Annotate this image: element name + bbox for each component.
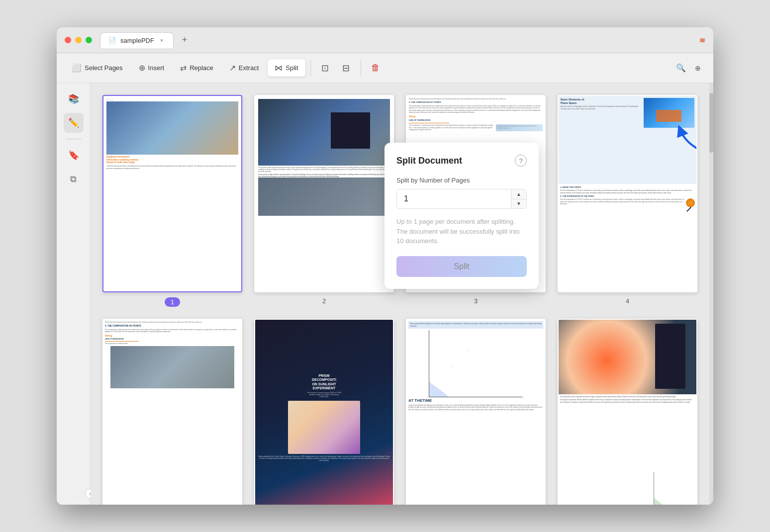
wps-logo: ≋ bbox=[699, 36, 705, 44]
layout-icon: ⊟ bbox=[342, 63, 350, 74]
page-thumb-2: The practical results show that through … bbox=[254, 95, 394, 292]
scrollbar-thumb[interactable] bbox=[709, 93, 713, 153]
zoom-in-button[interactable]: ⊕ bbox=[690, 61, 705, 76]
layout-button[interactable]: ⊟ bbox=[337, 59, 356, 78]
app-window: 📄 samplePDF × + ≋ ⬜ Select Pages ⊕ Inser… bbox=[57, 27, 713, 505]
tab-doc-icon: 📄 bbox=[108, 37, 116, 44]
insert-label: Insert bbox=[148, 64, 165, 72]
spin-up-button[interactable]: ▲ bbox=[511, 189, 526, 199]
select-pages-icon: ⬜ bbox=[72, 63, 82, 73]
page-grid-container[interactable]: Building environmentinformation modeling… bbox=[91, 83, 709, 505]
toolbar-separator-2 bbox=[361, 60, 361, 76]
insert-button[interactable]: ⊕ Insert bbox=[132, 59, 172, 77]
help-icon[interactable]: ? bbox=[515, 155, 527, 167]
split-hint-line2: The document will be successfully split … bbox=[396, 227, 527, 246]
arrow-indicator-svg bbox=[675, 125, 697, 155]
sidebar-icon-pen[interactable]: ✏️ bbox=[64, 113, 84, 133]
replace-icon: ⇄ bbox=[180, 63, 187, 73]
sidebar-divider-1 bbox=[66, 139, 82, 139]
page-number-1: 1 bbox=[165, 297, 180, 307]
page-thumb-4: Basic Elements ofPlane Space Any all con… bbox=[558, 95, 697, 292]
page-view-icon: ⊡ bbox=[321, 63, 329, 74]
page-thumb-6: PRISMDECOMPOSITION SUNLIGHTEXPERIMENT Th… bbox=[254, 319, 394, 505]
zoom-out-icon: 🔍 bbox=[676, 63, 686, 73]
tab-title: samplePDF bbox=[120, 37, 154, 44]
traffic-lights bbox=[65, 37, 92, 43]
sidebar: 📚 ✏️ 🔖 ⧉ › bbox=[57, 83, 91, 505]
page-view-button[interactable]: ⊡ bbox=[316, 59, 335, 78]
trash-icon: 🗑 bbox=[371, 63, 380, 73]
split-modal-header: Split Document ? bbox=[396, 155, 527, 167]
toolbar-separator-1 bbox=[310, 60, 311, 76]
main-content: 📚 ✏️ 🔖 ⧉ › Building envir bbox=[57, 83, 713, 505]
titlebar-right: ≋ bbox=[699, 36, 705, 44]
select-pages-button[interactable]: ⬜ Select Pages bbox=[65, 59, 130, 77]
page-item-5[interactable]: Points also have dominant and recessive … bbox=[102, 319, 242, 505]
sidebar-icon-book[interactable]: 📚 bbox=[64, 89, 84, 109]
split-modal-title: Split Document bbox=[396, 156, 462, 166]
sidebar-icon-layers[interactable]: ⧉ bbox=[64, 169, 84, 189]
sidebar-icon-bookmark[interactable]: 🔖 bbox=[64, 145, 84, 165]
page-number-2: 2 bbox=[322, 297, 326, 305]
minimize-button[interactable] bbox=[75, 37, 82, 43]
extract-label: Extract bbox=[239, 64, 259, 72]
split-icon: ⋈ bbox=[275, 63, 283, 73]
close-button[interactable] bbox=[65, 37, 71, 43]
split-by-label: Split by Number of Pages bbox=[396, 177, 527, 184]
page-item-2[interactable]: The practical results show that through … bbox=[254, 95, 394, 307]
zoom-controls: 🔍 ⊕ bbox=[674, 61, 705, 76]
page-item-4[interactable]: Basic Elements ofPlane Space Any all con… bbox=[558, 95, 697, 307]
tab-samplepdf[interactable]: 📄 samplePDF × bbox=[100, 32, 174, 48]
page-item-6[interactable]: PRISMDECOMPOSITION SUNLIGHTEXPERIMENT Th… bbox=[254, 319, 394, 505]
tab-close-icon[interactable]: × bbox=[158, 37, 165, 44]
replace-button[interactable]: ⇄ Replace bbox=[173, 59, 220, 77]
page-number-3: 3 bbox=[474, 297, 478, 305]
replace-label: Replace bbox=[190, 64, 213, 72]
split-spinner: ▲ ▼ bbox=[511, 189, 526, 208]
page-item-7[interactable]: These studies laid the foundation for th… bbox=[406, 319, 546, 505]
tab-bar: 📄 samplePDF × + bbox=[100, 32, 699, 48]
split-confirm-button[interactable]: Split bbox=[396, 256, 527, 277]
extract-button[interactable]: ↗ Extract bbox=[222, 59, 266, 77]
zoom-in-icon: ⊕ bbox=[695, 64, 701, 72]
zoom-out-button[interactable]: 🔍 bbox=[674, 61, 688, 76]
page-item-8[interactable]: This experiment can be repeated and disc… bbox=[558, 319, 697, 505]
split-input-row: ▲ ▼ bbox=[396, 189, 527, 209]
split-label: Split bbox=[286, 64, 298, 72]
split-hint-line1: Up to 1 page per document after splittin… bbox=[396, 217, 527, 227]
split-hint: Up to 1 page per document after splittin… bbox=[396, 217, 527, 246]
delete-button[interactable]: 🗑 bbox=[366, 59, 385, 78]
toolbar: ⬜ Select Pages ⊕ Insert ⇄ Replace ↗ Extr… bbox=[57, 53, 713, 83]
spin-down-button[interactable]: ▼ bbox=[511, 199, 526, 209]
maximize-button[interactable] bbox=[86, 37, 92, 43]
page-thumb-7: These studies laid the foundation for th… bbox=[406, 319, 546, 505]
split-number-input[interactable] bbox=[397, 189, 511, 208]
page-thumb-1: Building environmentinformation modeling… bbox=[102, 95, 242, 292]
new-tab-button[interactable]: + bbox=[178, 33, 192, 47]
titlebar: 📄 samplePDF × + ≋ bbox=[57, 27, 713, 53]
page-thumb-8: This experiment can be repeated and disc… bbox=[558, 319, 697, 505]
page-thumb-5: Points also have dominant and recessive … bbox=[102, 319, 242, 505]
split-button[interactable]: ⋈ Split bbox=[268, 59, 305, 77]
split-modal: Split Document ? Split by Number of Page… bbox=[385, 143, 539, 289]
insert-icon: ⊕ bbox=[139, 63, 145, 73]
select-pages-label: Select Pages bbox=[85, 64, 123, 72]
page-number-4: 4 bbox=[626, 297, 629, 305]
page-item-1[interactable]: Building environmentinformation modeling… bbox=[102, 95, 242, 307]
scrollbar[interactable] bbox=[709, 83, 713, 505]
extract-icon: ↗ bbox=[229, 63, 236, 73]
